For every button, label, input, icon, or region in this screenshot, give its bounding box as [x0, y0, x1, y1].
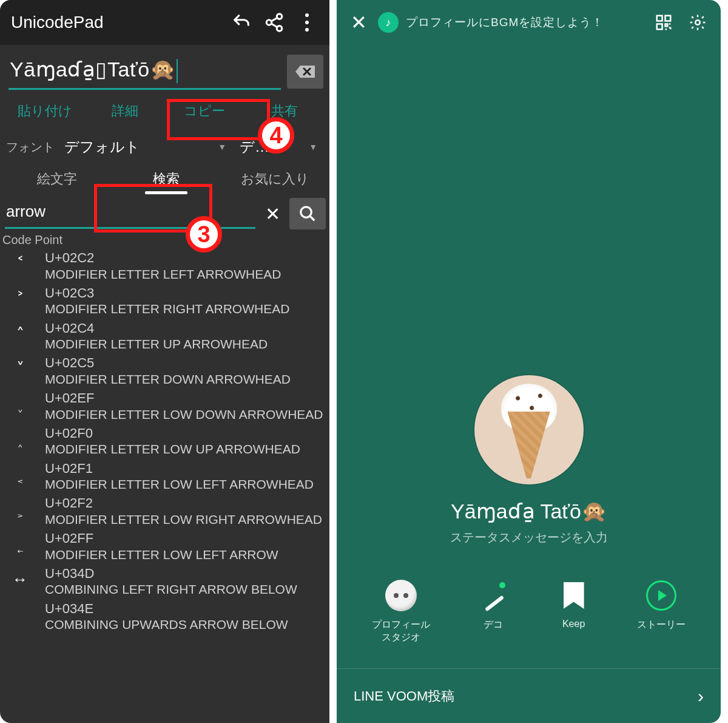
- share-icon[interactable]: [258, 6, 291, 39]
- result-glyph: ˃: [5, 285, 35, 308]
- result-glyph: ˯: [5, 390, 35, 413]
- line-profile-pane: ✕ ♪ プロフィールにBGMを設定しよう！ Yāɱaɗa̱ Taťō🙊 ステータ…: [337, 0, 721, 723]
- result-row[interactable]: ↔U+034DCOMBINING LEFT RIGHT ARROW BELOW: [0, 564, 329, 599]
- face-icon: [385, 580, 417, 611]
- result-name: MODIFIER LETTER LOW LEFT ARROWHEAD: [45, 477, 327, 492]
- bookmark-icon: [564, 582, 584, 609]
- result-name: MODIFIER LETTER UP ARROWHEAD: [45, 336, 327, 352]
- result-row[interactable]: ˃U+02C3MODIFIER LETTER RIGHT ARROWHEAD: [0, 283, 329, 319]
- status-message[interactable]: ステータスメッセージを入力: [450, 529, 608, 546]
- font-label: フォント: [6, 139, 55, 155]
- svg-rect-4: [657, 16, 662, 21]
- result-meta: U+02EFMODIFIER LETTER LOW DOWN ARROWHEAD: [45, 390, 327, 423]
- voom-row[interactable]: LINE VOOM投稿 ›: [337, 668, 721, 723]
- result-row[interactable]: ˄U+02C4MODIFIER LETTER UP ARROWHEAD: [0, 319, 329, 354]
- result-row[interactable]: ˿U+02FFMODIFIER LETTER LOW LEFT ARROW: [0, 529, 329, 564]
- result-row[interactable]: ˰U+02F0MODIFIER LETTER LOW UP ARROWHEAD: [0, 424, 329, 459]
- result-row[interactable]: ˅U+02C5MODIFIER LETTER DOWN ARROWHEAD: [0, 353, 329, 389]
- text-input-value: Yāɱaɗa̱▯Taťō🙊: [10, 58, 175, 81]
- result-glyph: ↔: [5, 565, 35, 589]
- result-meta: U+034ECOMBINING UPWARDS ARROW BELOW: [45, 600, 327, 633]
- svg-point-3: [301, 207, 312, 218]
- action-story[interactable]: ストーリー: [637, 579, 686, 644]
- result-code: U+02C3: [45, 285, 327, 302]
- result-list[interactable]: ˂U+02C2MODIFIER LETTER LEFT ARROWHEAD˃U+…: [0, 248, 329, 723]
- text-input[interactable]: Yāɱaɗa̱▯Taťō🙊: [8, 53, 281, 90]
- result-row[interactable]: ˱U+02F1MODIFIER LETTER LOW LEFT ARROWHEA…: [0, 459, 329, 494]
- dropdown-icon: ▼: [309, 142, 317, 152]
- clear-search-icon[interactable]: ✕: [259, 203, 286, 225]
- voom-label: LINE VOOM投稿: [354, 687, 454, 705]
- action-label: ストーリー: [637, 619, 686, 631]
- result-meta: U+02FFMODIFIER LETTER LOW LEFT ARROW: [45, 530, 327, 563]
- action-label: デコ: [484, 619, 503, 631]
- result-glyph: ˿: [5, 530, 35, 554]
- result-meta: U+02C3MODIFIER LETTER RIGHT ARROWHEAD: [45, 285, 327, 317]
- display-name[interactable]: Yāɱaɗa̱ Taťō🙊: [451, 499, 607, 523]
- result-name: MODIFIER LETTER LEFT ARROWHEAD: [45, 266, 327, 282]
- result-name: COMBINING UPWARDS ARROW BELOW: [45, 617, 327, 633]
- result-glyph: ˰: [5, 425, 35, 449]
- edit-row: Yāɱaɗa̱▯Taťō🙊: [0, 45, 329, 91]
- result-meta: U+02C2MODIFIER LETTER LEFT ARROWHEAD: [45, 249, 327, 282]
- app-title: UnicodePad: [11, 13, 225, 32]
- wand-icon: [480, 582, 507, 609]
- result-row[interactable]: U+034ECOMBINING UPWARDS ARROW BELOW: [0, 599, 329, 634]
- result-glyph: ˄: [5, 320, 35, 344]
- qr-icon[interactable]: [650, 13, 677, 32]
- detail-button[interactable]: 詳細: [85, 102, 165, 120]
- result-row[interactable]: ˂U+02C2MODIFIER LETTER LEFT ARROWHEAD: [0, 248, 329, 283]
- result-code: U+02C5: [45, 355, 327, 372]
- bgm-prompt[interactable]: プロフィールにBGMを設定しよう！: [406, 15, 643, 30]
- result-row[interactable]: ˯U+02EFMODIFIER LETTER LOW DOWN ARROWHEA…: [0, 389, 329, 424]
- close-icon[interactable]: ✕: [346, 11, 371, 34]
- unicodepad-pane: UnicodePad Yāɱaɗa̱▯Taťō🙊 貼り付け 詳細 コピー 共有 …: [0, 0, 337, 723]
- svg-rect-5: [666, 16, 671, 21]
- result-code: U+02C4: [45, 320, 327, 337]
- svg-point-7: [695, 20, 700, 25]
- dropdown-icon: ▼: [218, 142, 226, 152]
- result-glyph: [5, 600, 35, 605]
- result-code: U+02C2: [45, 249, 327, 266]
- result-name: MODIFIER LETTER DOWN ARROWHEAD: [45, 372, 327, 387]
- result-name: MODIFIER LETTER LOW DOWN ARROWHEAD: [45, 407, 327, 423]
- result-name: MODIFIER LETTER LOW LEFT ARROW: [45, 547, 327, 563]
- profile-topbar: ✕ ♪ プロフィールにBGMを設定しよう！: [337, 0, 721, 45]
- result-code: U+02F0: [45, 425, 327, 442]
- paste-button[interactable]: 貼り付け: [5, 102, 85, 120]
- action-label: プロフィール スタジオ: [372, 619, 430, 644]
- result-code: U+02F1: [45, 460, 327, 477]
- tab-favorite[interactable]: お気に入り: [220, 170, 329, 194]
- app-header: UnicodePad: [0, 0, 329, 45]
- avatar[interactable]: [474, 375, 584, 484]
- backspace-button[interactable]: [287, 55, 323, 89]
- search-button[interactable]: [289, 198, 326, 229]
- result-meta: U+02F2MODIFIER LETTER LOW RIGHT ARROWHEA…: [45, 495, 327, 528]
- callout-badge-3: 3: [186, 216, 222, 253]
- result-row[interactable]: ˲U+02F2MODIFIER LETTER LOW RIGHT ARROWHE…: [0, 494, 329, 529]
- chevron-right-icon: ›: [698, 686, 704, 707]
- music-icon[interactable]: ♪: [378, 12, 399, 33]
- result-glyph: ˱: [5, 460, 35, 484]
- result-meta: U+02F0MODIFIER LETTER LOW UP ARROWHEAD: [45, 425, 327, 458]
- action-profile-studio[interactable]: プロフィール スタジオ: [372, 579, 430, 644]
- result-glyph: ˅: [5, 355, 35, 378]
- action-keep[interactable]: Keep: [557, 579, 591, 644]
- list-header: Code Point: [0, 232, 329, 248]
- result-code: U+034E: [45, 600, 327, 617]
- result-code: U+02EF: [45, 390, 327, 407]
- result-name: MODIFIER LETTER RIGHT ARROWHEAD: [45, 301, 327, 317]
- font-select-value: デフォルト: [64, 137, 140, 157]
- result-glyph: ˲: [5, 495, 35, 518]
- overflow-menu-icon[interactable]: [291, 6, 323, 39]
- result-code: U+02F2: [45, 495, 327, 512]
- action-label: Keep: [562, 619, 585, 630]
- action-deco[interactable]: デコ: [476, 579, 510, 644]
- undo-icon[interactable]: [225, 6, 258, 39]
- result-meta: U+02C4MODIFIER LETTER UP ARROWHEAD: [45, 320, 327, 353]
- result-code: U+02FF: [45, 530, 327, 547]
- profile-actions: プロフィール スタジオ デコ Keep ストーリー: [337, 579, 721, 644]
- story-icon: [646, 580, 676, 611]
- gear-icon[interactable]: [684, 13, 711, 32]
- result-name: COMBINING LEFT RIGHT ARROW BELOW: [45, 582, 327, 597]
